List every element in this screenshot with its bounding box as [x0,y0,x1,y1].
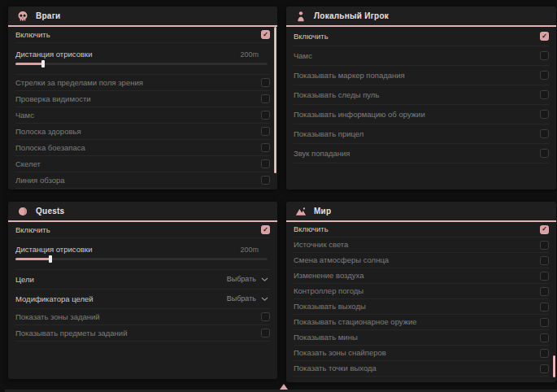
checkbox-unchecked[interactable] [540,110,549,119]
checkbox-unchecked[interactable] [540,303,549,311]
panel-world-body: Включить✓Источник светаСмена атмосферы с… [286,222,556,377]
setting-row[interactable]: Смена атмосферы солнца [294,253,549,268]
setting-row[interactable]: Чамс [15,107,270,124]
checkbox-unchecked[interactable] [540,256,549,265]
checkbox-unchecked[interactable] [540,364,549,373]
setting-row[interactable]: Показывать следы пуль [15,189,270,189]
slider-handle[interactable] [49,255,52,263]
chevron-down-icon [261,297,268,302]
setting-row[interactable]: Показывать прицел [294,124,549,144]
slider-value: 200m [240,51,259,59]
setting-row[interactable]: Показывать мины [294,330,549,346]
setting-row[interactable]: Показывать информацию об оружии [294,105,549,124]
setting-row[interactable]: Показать зоны заданий [15,309,270,325]
checkbox-unchecked[interactable] [540,90,549,99]
checkbox-checked[interactable]: ✓ [540,225,549,234]
checkbox-unchecked[interactable] [261,94,270,103]
setting-row[interactable]: Изменение воздуха [294,268,549,284]
setting-row[interactable]: Дистанция отрисовки200m [15,43,270,75]
checkbox-unchecked[interactable] [261,176,270,185]
panel-world-header: Мир [286,202,556,222]
quest-icon [17,206,28,217]
setting-row[interactable]: Включить✓ [294,222,549,237]
checkbox-checked[interactable]: ✓ [261,225,270,234]
setting-row[interactable]: Показывать предметы заданий [15,325,270,342]
setting-row[interactable]: Полоска боезапаса [15,140,270,156]
dropdown[interactable]: Выбрать [227,276,268,283]
checkbox-unchecked[interactable] [540,349,549,358]
setting-label: Включить [294,225,329,233]
checkbox-checked[interactable]: ✓ [261,30,270,39]
panel-title: Враги [36,11,60,20]
setting-row[interactable]: Включить✓ [15,27,270,43]
slider-fill [15,63,43,65]
setting-row[interactable]: Контроллер погоды [294,284,549,299]
checkbox-unchecked[interactable] [261,159,270,168]
resize-handle-icon[interactable] [280,384,288,390]
setting-label: Показывать стационарное оружие [294,318,417,326]
setting-label: Дистанция отрисовки [15,50,92,59]
slider-fill [15,258,50,260]
checkbox-unchecked[interactable] [261,111,270,120]
setting-row[interactable]: Показывать выходы [294,299,549,315]
setting-row[interactable]: Показать точки выхода [294,361,549,377]
checkbox-unchecked[interactable] [261,329,270,338]
slider-track[interactable] [15,258,268,260]
checkbox-unchecked[interactable] [540,333,549,342]
setting-label: Показывать прицел [294,130,363,138]
checkbox-unchecked[interactable] [540,287,549,296]
checkbox-unchecked[interactable] [540,149,549,158]
setting-row[interactable]: Проверка видимости [15,91,270,107]
setting-label: Источник света [294,241,348,249]
setting-label: Показать зоны снайперов [294,349,386,357]
setting-row[interactable]: Дистанция отрисовки200m [15,238,270,270]
setting-label: Полоска боезапаса [15,144,85,152]
panel-quests: Quests Включить✓Дистанция отрисовки200mЦ… [8,202,277,379]
setting-row[interactable]: Линия обзора [15,172,270,189]
setting-row[interactable]: Показывать стационарное оружие [294,315,549,330]
setting-row[interactable]: Показать зоны снайперов [294,346,549,361]
panel-title: Локальный Игрок [314,11,389,20]
setting-row[interactable]: ЦелиВыбрать [15,270,270,290]
setting-row[interactable]: Полоска здоровья [15,124,270,140]
setting-label: Показать зоны заданий [15,313,100,321]
dropdown[interactable]: Выбрать [227,295,268,303]
setting-label: Чамс [15,111,34,120]
checkbox-unchecked[interactable] [540,71,549,80]
checkbox-unchecked[interactable] [540,272,549,281]
setting-row[interactable]: Включить✓ [15,222,270,238]
scrollbar[interactable] [274,27,276,173]
checkbox-checked[interactable]: ✓ [540,32,549,41]
setting-row[interactable]: Скелет [15,156,270,172]
setting-label: Показывать мины [294,333,358,342]
setting-row[interactable]: Источник света [294,237,549,253]
setting-label: Показывать следы пуль [294,91,379,99]
setting-row[interactable]: Звук попадания [294,144,549,163]
panel-enemies: Враги Включить✓Дистанция отрисовки200mСт… [8,7,277,189]
setting-label: Скелет [15,160,41,168]
checkbox-unchecked[interactable] [540,318,549,327]
setting-row[interactable]: Показывать маркер попадания [294,66,549,85]
checkbox-unchecked[interactable] [261,312,270,321]
checkbox-unchecked[interactable] [261,143,270,152]
setting-row[interactable]: Стрелки за пределами поля зрения [15,75,270,91]
setting-row[interactable]: Показывать следы пуль [294,85,549,105]
setting-label: Изменение воздуха [294,272,364,280]
slider-handle[interactable] [41,60,45,68]
checkbox-unchecked[interactable] [540,51,549,60]
scrollbar[interactable] [553,355,555,377]
checkbox-unchecked[interactable] [540,129,549,138]
checkbox-unchecked[interactable] [261,78,270,87]
panel-enemies-body: Включить✓Дистанция отрисовки200mСтрелки … [8,27,277,189]
checkbox-unchecked[interactable] [261,127,270,136]
setting-label: Включить [15,31,50,39]
setting-label: Звук попадания [294,150,350,158]
setting-row[interactable]: Модификатора целейВыбрать [15,290,270,309]
setting-row[interactable]: Включить✓ [294,27,549,46]
slider-track[interactable] [15,63,268,65]
setting-label: Показывать маркер попадания [294,72,405,80]
setting-row[interactable]: Чамс [294,46,549,66]
setting-label: Показать точки выхода [294,364,376,372]
checkbox-unchecked[interactable] [540,241,549,250]
person-icon [295,11,307,22]
